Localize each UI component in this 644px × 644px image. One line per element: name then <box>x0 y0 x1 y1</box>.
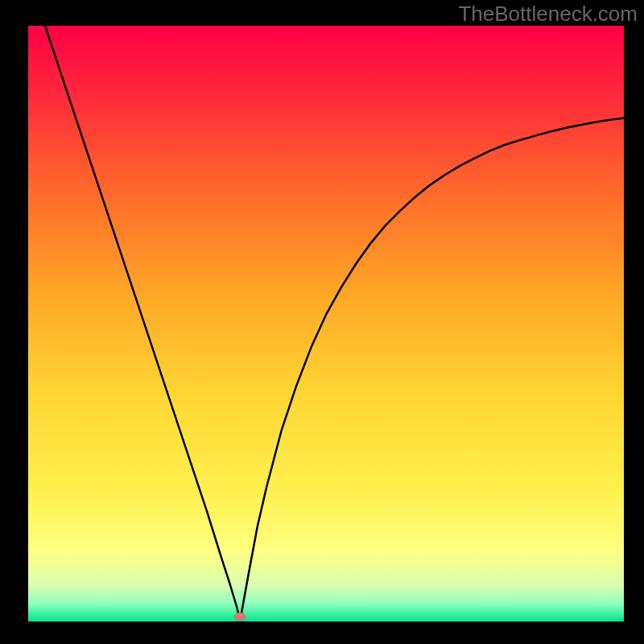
bottleneck-chart <box>0 0 644 644</box>
plot-background <box>28 26 624 621</box>
chart-frame: TheBottleneck.com <box>0 0 644 644</box>
optimum-marker <box>234 613 246 621</box>
watermark-text: TheBottleneck.com <box>458 2 638 27</box>
